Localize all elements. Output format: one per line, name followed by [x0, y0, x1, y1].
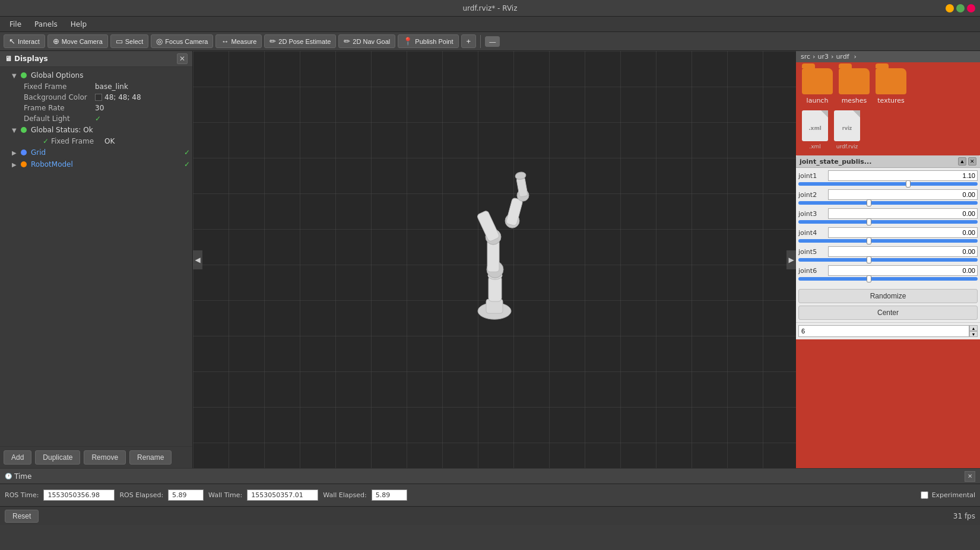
joint5-slider[interactable] — [798, 258, 978, 262]
joint-panel-close[interactable]: ✕ — [968, 157, 976, 166]
joint5-input[interactable] — [828, 246, 978, 257]
focus-camera-icon: ◎ — [156, 37, 163, 46]
joint-num-field[interactable] — [798, 325, 969, 337]
joint2-input[interactable] — [828, 189, 978, 200]
breadcrumb-sep2: › — [831, 53, 833, 61]
joint5-row: joint5 — [798, 246, 978, 262]
joint5-top: joint5 — [798, 246, 978, 257]
publish-point-button[interactable]: 📍 Publish Point — [398, 34, 458, 48]
move-camera-label: Move Camera — [62, 38, 103, 45]
rename-button[interactable]: Rename — [129, 450, 172, 465]
robot-model-item[interactable]: ▶ RobotModel ✓ — [0, 158, 192, 170]
breadcrumb-urdf: urdf — [836, 53, 849, 61]
move-camera-button[interactable]: ⊕ Move Camera — [47, 34, 108, 48]
joint-header-buttons: ▲ ✕ — [958, 157, 976, 166]
joint6-row: joint6 — [798, 265, 978, 281]
viewport[interactable]: ◀ ▶ — [193, 51, 796, 468]
pose-estimate-label: 2D Pose Estimate — [278, 38, 331, 45]
bg-color-swatch[interactable] — [95, 94, 102, 101]
default-light-prop: Default Light ✓ — [0, 113, 192, 124]
file-xml[interactable]: .xml .xml — [802, 110, 828, 150]
joint1-input[interactable] — [828, 170, 978, 181]
spin-up-button[interactable]: ▲ — [969, 325, 978, 331]
joint4-top: joint4 — [798, 227, 978, 238]
joint3-label: joint3 — [798, 210, 828, 218]
joint6-slider[interactable] — [798, 277, 978, 281]
file-urdf-rviz[interactable]: rviz urdf.rviz — [834, 110, 860, 150]
nav-goal-label: 2D Nav Goal — [353, 38, 390, 45]
time-close-button[interactable]: ✕ — [965, 471, 975, 482]
time-panel-title: Time — [14, 472, 31, 481]
toolbar-separator — [480, 35, 481, 48]
robot-model-icon — [19, 160, 28, 169]
toolbar-extra-button[interactable]: — — [485, 36, 500, 47]
file-urdf-rviz-label: urdf.rviz — [836, 144, 858, 150]
interact-label: Interact — [18, 38, 40, 45]
close-button[interactable] — [967, 4, 975, 12]
experimental-checkbox[interactable] — [921, 491, 928, 499]
select-button[interactable]: ▭ Select — [110, 34, 149, 48]
measure-button[interactable]: ↔ Measure — [215, 34, 262, 48]
ros-elapsed-value: 5.89 — [168, 489, 204, 501]
maximize-button[interactable] — [956, 4, 965, 12]
spin-down-button[interactable]: ▼ — [969, 331, 978, 337]
remove-button[interactable]: Remove — [84, 450, 126, 465]
global-options-item[interactable]: ▼ Global Options — [0, 69, 192, 81]
breadcrumb-bar: src › ur3 › urdf › — [796, 51, 980, 62]
global-options-icon — [19, 71, 28, 80]
pose-estimate-button[interactable]: ✏ 2D Pose Estimate — [264, 34, 336, 48]
breadcrumb-src: src — [801, 53, 810, 61]
joint2-slider[interactable] — [798, 201, 978, 205]
robot-model-label: RobotModel — [31, 160, 182, 169]
global-status-item[interactable]: ▼ Global Status: Ok — [0, 124, 192, 136]
reset-button[interactable]: Reset — [5, 510, 39, 523]
svg-rect-9 — [506, 197, 523, 225]
menu-panels[interactable]: Panels — [28, 19, 64, 30]
menu-file[interactable]: File — [4, 19, 27, 30]
displays-close-button[interactable]: ✕ — [177, 53, 188, 64]
menu-bar: File Panels Help — [0, 17, 980, 32]
nav-goal-icon: ✏ — [344, 37, 350, 46]
joint3-top: joint3 — [798, 208, 978, 219]
joint4-input[interactable] — [828, 227, 978, 238]
joint-num-spin: ▲ ▼ — [969, 325, 978, 337]
grid-item[interactable]: ▶ Grid ✓ — [0, 147, 192, 158]
joint1-slider[interactable] — [798, 182, 978, 186]
experimental-label: Experimental — [932, 491, 975, 499]
joint3-slider[interactable] — [798, 220, 978, 224]
joint6-input[interactable] — [828, 265, 978, 276]
interact-button[interactable]: ↖ Interact — [4, 34, 45, 48]
minimize-button[interactable] — [946, 4, 954, 12]
joint5-thumb — [867, 256, 871, 263]
wall-elapsed-label: Wall Elapsed: — [323, 491, 366, 499]
joint4-slider[interactable] — [798, 239, 978, 243]
joint3-input[interactable] — [828, 208, 978, 219]
randomize-button[interactable]: Randomize — [798, 289, 978, 303]
folder-meshes[interactable]: meshes — [839, 68, 870, 104]
joint-state-content: joint1 joint2 — [796, 168, 980, 287]
folder-textures[interactable]: textures — [876, 68, 906, 104]
add-toolbar-button[interactable]: + — [461, 34, 477, 48]
background-color-prop: Background Color 48; 48; 48 — [0, 92, 192, 103]
add-display-button[interactable]: Add — [4, 450, 31, 465]
folder-launch[interactable]: launch — [802, 68, 833, 104]
nav-goal-button[interactable]: ✏ 2D Nav Goal — [338, 34, 395, 48]
duplicate-button[interactable]: Duplicate — [35, 450, 80, 465]
joint3-thumb — [867, 218, 871, 225]
joint-panel-scroll-up[interactable]: ▲ — [958, 157, 966, 166]
window-title: urdf.rviz* - RViz — [463, 4, 518, 12]
displays-footer: Add Duplicate Remove Rename — [0, 446, 192, 468]
viewport-arrow-left[interactable]: ◀ — [193, 250, 202, 269]
folder-textures-label: textures — [877, 97, 904, 104]
joint2-label: joint2 — [798, 191, 828, 199]
menu-help[interactable]: Help — [65, 19, 93, 30]
select-icon: ▭ — [116, 37, 123, 46]
measure-label: Measure — [231, 38, 256, 45]
svg-rect-7 — [477, 210, 500, 242]
viewport-arrow-right[interactable]: ▶ — [786, 250, 796, 269]
grid-check: ✓ — [184, 148, 190, 157]
wall-time-value: 1553050357.01 — [247, 489, 318, 501]
focus-camera-button[interactable]: ◎ Focus Camera — [151, 34, 213, 48]
grid-label: Grid — [31, 148, 182, 157]
center-button[interactable]: Center — [798, 306, 978, 320]
